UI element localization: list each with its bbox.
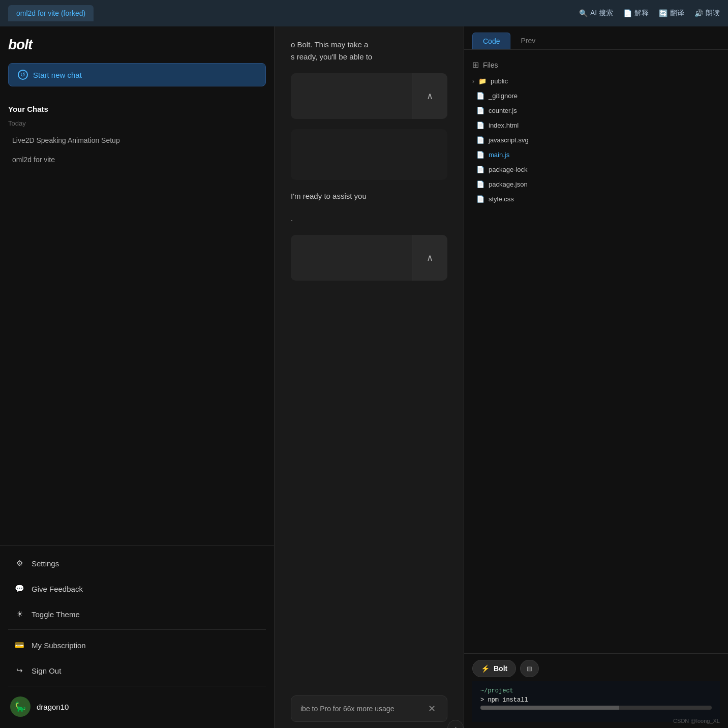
- translate-icon: 🔄: [659, 9, 668, 17]
- file-icon-style-css: 📄: [476, 195, 484, 203]
- message-text-1b: s ready, you'll be able to: [291, 51, 447, 63]
- terminal-progress-bar-container: [480, 706, 712, 710]
- file-counter-js[interactable]: 📄 counter.js: [464, 103, 728, 118]
- sidebar-top: bolt ↺ Start new chat: [0, 26, 274, 95]
- theme-icon: ☀: [14, 609, 24, 619]
- ai-search-icon: 🔍: [579, 9, 588, 17]
- browser-bar: oml2d for vite (forked) 🔍 AI 搜索 📄 解释 🔄 翻…: [0, 0, 728, 26]
- read-aloud-tool[interactable]: 🔊 朗读: [694, 9, 720, 18]
- files-grid-icon: ⊞: [472, 60, 479, 70]
- folder-public[interactable]: › 📁 public: [464, 74, 728, 88]
- message-spacer-1: [291, 129, 447, 180]
- code-content-left-1: [291, 73, 412, 119]
- terminal-icon: ⊟: [527, 665, 532, 673]
- avatar: 🦕: [10, 696, 31, 717]
- tab-code[interactable]: Code: [472, 33, 510, 49]
- file-javascript-svg[interactable]: 📄 javascript.svg: [464, 133, 728, 147]
- your-chats-title: Your Chats: [8, 105, 266, 113]
- chat-area: o Bolt. This may take a s ready, you'll …: [275, 26, 464, 728]
- read-aloud-icon: 🔊: [694, 9, 703, 17]
- browser-tools: 🔍 AI 搜索 📄 解释 🔄 翻译 🔊 朗读: [579, 9, 720, 18]
- file-icon-main: 📄: [476, 151, 484, 159]
- sidebar-bottom: ⚙ Settings 💬 Give Feedback ☀ Toggle Them…: [0, 545, 274, 728]
- subscribe-text: ibe to Pro for 66x more usage: [300, 705, 394, 713]
- collapse-toggle-1[interactable]: ∧: [412, 73, 447, 119]
- subscription-icon: 💳: [14, 640, 24, 650]
- translate-tool[interactable]: 🔄 翻译: [659, 9, 684, 18]
- settings-icon: ⚙: [14, 558, 24, 568]
- file-main-js[interactable]: 📄 main.js: [464, 147, 728, 162]
- ai-search-tool[interactable]: 🔍 AI 搜索: [579, 9, 613, 18]
- code-panel: Code Prev ⊞ Files › 📁 public 📄 _gitignor…: [464, 26, 728, 728]
- chat-messages: o Bolt. This may take a s ready, you'll …: [275, 26, 464, 695]
- message-text-2b: .: [291, 213, 447, 225]
- chevron-up-icon-1: ∧: [427, 90, 433, 102]
- terminal-area: ~/project > npm install: [472, 681, 720, 722]
- file-gitignore[interactable]: 📄 _gitignore: [464, 88, 728, 103]
- chat-item-oml2d[interactable]: oml2d for vite: [8, 150, 266, 169]
- explain-icon: 📄: [623, 9, 632, 17]
- code-panel-tabs: Code Prev: [464, 26, 728, 50]
- user-profile[interactable]: 🦕 dragon10: [0, 689, 274, 724]
- sign-out-icon: ↪: [14, 665, 24, 676]
- username: dragon10: [37, 703, 69, 711]
- code-content-left-2: [291, 235, 412, 281]
- file-icon-js-svg: 📄: [476, 136, 484, 144]
- terminal-icon-button[interactable]: ⊟: [520, 660, 539, 677]
- bolt-button[interactable]: ⚡ Bolt: [472, 660, 516, 677]
- close-subscribe-banner-button[interactable]: ✕: [426, 703, 438, 714]
- your-chats-section: Your Chats Today Live2D Speaking Animati…: [0, 95, 274, 174]
- folder-icon-public: 📁: [478, 77, 487, 85]
- collapse-toggle-2[interactable]: ∧: [412, 235, 447, 281]
- my-subscription-menu-item[interactable]: 💳 My Subscription: [4, 633, 270, 657]
- chevron-up-icon-2: ∧: [427, 252, 433, 263]
- file-index-html[interactable]: 📄 index.html: [464, 118, 728, 133]
- start-new-chat-button[interactable]: ↺ Start new chat: [8, 63, 266, 86]
- subscribe-banner: ibe to Pro for 66x more usage ✕: [291, 695, 447, 722]
- sidebar-spacer: [0, 174, 274, 545]
- settings-menu-item[interactable]: ⚙ Settings: [4, 551, 270, 575]
- chat-item-live2d[interactable]: Live2D Speaking Animation Setup: [8, 131, 266, 149]
- file-package-lock[interactable]: 📄 package-lock: [464, 162, 728, 177]
- folder-chevron-icon: ›: [472, 78, 474, 85]
- feedback-icon: 💬: [14, 584, 24, 594]
- message-block-1: o Bolt. This may take a s ready, you'll …: [291, 39, 447, 63]
- file-icon-gitignore: 📄: [476, 92, 484, 100]
- sidebar-divider-2: [8, 686, 266, 686]
- file-tree: ⊞ Files › 📁 public 📄 _gitignore 📄 counte…: [464, 50, 728, 653]
- collapsible-block-1: ∧: [291, 73, 447, 119]
- file-icon-package-json: 📄: [476, 180, 484, 188]
- message-text-2a: I'm ready to assist you: [291, 190, 447, 202]
- file-package-json[interactable]: 📄 package.json: [464, 177, 728, 192]
- bolt-lightning-icon: ⚡: [481, 664, 490, 673]
- terminal-command: > npm install: [480, 696, 712, 704]
- file-tree-header: ⊞ Files: [464, 56, 728, 74]
- file-icon-counter: 📄: [476, 107, 484, 114]
- watermark: CSDN @loong_XL: [673, 718, 720, 724]
- today-label: Today: [8, 119, 266, 127]
- code-panel-bottom: ⚡ Bolt ⊟ ~/project > npm install: [464, 653, 728, 728]
- sidebar: bolt ↺ Start new chat Your Chats Today L…: [0, 26, 275, 728]
- sign-out-menu-item[interactable]: ↪ Sign Out: [4, 658, 270, 683]
- terminal-progress-bar: [480, 706, 619, 710]
- new-chat-icon: ↺: [18, 70, 28, 80]
- browser-tab-active[interactable]: oml2d for vite (forked): [8, 5, 94, 21]
- terminal-prompt: ~/project: [480, 687, 712, 694]
- sidebar-divider-1: [8, 629, 266, 630]
- tab-preview[interactable]: Prev: [510, 33, 545, 49]
- give-feedback-menu-item[interactable]: 💬 Give Feedback: [4, 577, 270, 601]
- file-style-css[interactable]: 📄 style.css: [464, 192, 728, 206]
- main-layout: bolt ↺ Start new chat Your Chats Today L…: [0, 26, 728, 728]
- logo: bolt: [8, 37, 266, 53]
- collapsible-block-2: ∧: [291, 235, 447, 281]
- collapse-right-panel-button[interactable]: ‹: [447, 720, 464, 728]
- file-icon-index: 📄: [476, 122, 484, 129]
- message-text-1a: o Bolt. This may take a: [291, 39, 447, 51]
- file-icon-package-lock: 📄: [476, 166, 484, 173]
- explain-tool[interactable]: 📄 解释: [623, 9, 649, 18]
- toggle-theme-menu-item[interactable]: ☀ Toggle Theme: [4, 602, 270, 626]
